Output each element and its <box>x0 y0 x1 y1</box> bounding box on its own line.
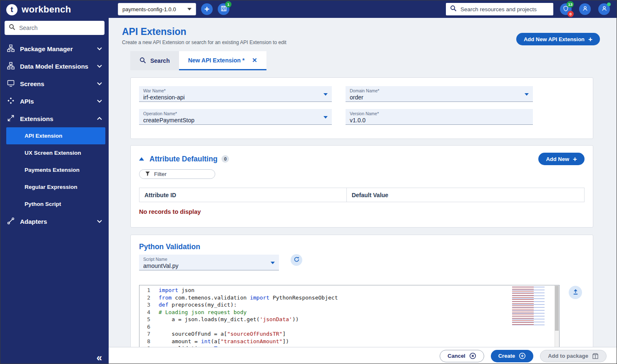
code-line: 3def preprocess(my_dict): <box>139 301 559 309</box>
chevron-down-icon <box>97 64 102 68</box>
sidebar-item-label: Adapters <box>20 218 47 225</box>
sidebar-item-label: Data Model Extensions <box>20 63 88 70</box>
package-select[interactable]: payments-config-1.0.0 <box>118 3 196 15</box>
topbar-icons: 13 0 <box>560 3 610 15</box>
collapse-section-icon[interactable] <box>139 157 144 161</box>
code-line: 5 a = json.loads(my_dict.get('jsonData')… <box>139 316 559 323</box>
global-search-input[interactable] <box>460 6 549 12</box>
chevron-down-icon <box>97 47 102 50</box>
support-button[interactable] <box>579 3 591 15</box>
extensions-icon <box>7 114 15 123</box>
section-title: Python Validation <box>139 243 200 251</box>
tab-bar: Search New API Extension * ✕ <box>130 51 266 70</box>
alerts-button[interactable]: 13 0 <box>560 3 572 15</box>
sidebar-item-extensions[interactable]: Extensions <box>0 110 109 127</box>
sidebar-item-package-manager[interactable]: Package Manager <box>0 40 109 57</box>
search-icon <box>450 5 457 13</box>
sidebar-item-label: APIs <box>20 98 34 105</box>
add-to-package-button[interactable]: Add to package <box>540 350 607 362</box>
sidebar-item-label: Extensions <box>20 115 53 122</box>
code-lines: 1import json2from com.temenos.validation… <box>139 285 559 352</box>
field-value: createPaymentStop <box>143 117 321 124</box>
section-title: Attribute Defaulting <box>149 155 217 163</box>
sidebar-search-input[interactable] <box>19 25 100 31</box>
chevron-down-icon <box>97 99 102 103</box>
field-value: v1.0.0 <box>350 117 522 124</box>
filter-input-box[interactable] <box>139 169 215 179</box>
field-value: irf-extension-api <box>143 94 321 101</box>
field-value: amountVal.py <box>143 262 268 269</box>
support-icon <box>582 5 588 13</box>
empty-table-message: No records to display <box>139 208 585 215</box>
cancel-icon <box>469 352 476 359</box>
code-line: 4# Loading json request body <box>139 309 559 316</box>
account-button[interactable] <box>598 3 610 15</box>
sidebar-search[interactable] <box>5 21 104 35</box>
scrollbar-thumb[interactable] <box>555 286 559 331</box>
plus-icon: + <box>588 36 592 43</box>
refresh-script-button[interactable] <box>291 254 302 266</box>
action-footer: Cancel Create Add to package <box>109 347 617 364</box>
alerts-badge-secondary: 0 <box>567 11 574 17</box>
sidebar-item-api-extension[interactable]: API Extension <box>6 127 105 144</box>
save-button[interactable]: 1 <box>218 3 229 15</box>
version-name-field[interactable]: Version Name* v1.0.0 <box>346 109 533 125</box>
operation-name-field[interactable]: Operation Name* createPaymentStop <box>139 109 332 125</box>
global-search[interactable] <box>446 3 553 15</box>
upload-script-button[interactable] <box>569 286 582 299</box>
logo-text: workbench <box>22 4 71 15</box>
topbar: payments-config-1.0.0 + 1 13 0 <box>109 0 617 18</box>
adapters-icon <box>7 217 15 226</box>
code-line: 8 amount = int(a["transactionAmount"]) <box>139 338 559 345</box>
api-extension-form-card: War Name* irf-extension-api Domain Name*… <box>130 77 593 139</box>
chevron-down-icon <box>271 262 275 264</box>
package-icon <box>592 353 599 359</box>
add-package-button[interactable]: + <box>201 3 213 15</box>
python-validation-card: Python Validation Script Name amountVal.… <box>130 235 593 364</box>
sidebar-item-adapters[interactable]: Adapters <box>0 213 109 230</box>
sidebar-item-apis[interactable]: APIs <box>0 92 109 110</box>
attribute-defaulting-card: Attribute Defaulting 0 Add New + Attribu… <box>130 145 593 228</box>
apis-icon <box>7 97 15 106</box>
sidebar-item-python-script[interactable]: Python Script <box>0 196 105 213</box>
tab-search[interactable]: Search <box>130 51 179 70</box>
field-label: Version Name* <box>350 111 522 116</box>
add-new-button[interactable]: Add New + <box>538 153 585 165</box>
sidebar-item-screens[interactable]: Screens <box>0 75 109 92</box>
tab-new-api-extension[interactable]: New API Extension * ✕ <box>179 51 266 70</box>
sidebar-item-data-model-extensions[interactable]: Data Model Extensions <box>0 57 109 75</box>
editor-scrollbar[interactable] <box>555 285 559 355</box>
code-line: 2from com.temenos.validation import Pyth… <box>139 294 559 302</box>
create-button[interactable]: Create <box>491 350 533 362</box>
code-minimap[interactable] <box>512 287 554 326</box>
filter-input[interactable] <box>154 171 209 177</box>
screens-icon <box>7 79 15 88</box>
war-name-field[interactable]: War Name* irf-extension-api <box>139 86 332 102</box>
close-icon[interactable]: ✕ <box>252 57 257 64</box>
chevron-down-icon <box>323 93 328 96</box>
column-header-attribute-id: Attribute ID <box>139 188 347 202</box>
chevron-down-icon <box>187 8 192 10</box>
sidebar-collapse-button[interactable]: « <box>97 353 102 363</box>
chevron-down-icon <box>525 93 529 96</box>
logo: t workbench <box>0 0 109 19</box>
sidebar-item-regular-expression[interactable]: Regular Expression <box>0 178 105 196</box>
sidebar-item-payments-extension[interactable]: Payments Extension <box>0 161 105 178</box>
field-label: Domain Name* <box>350 88 522 93</box>
code-editor[interactable]: 1import json2from com.temenos.validation… <box>139 285 560 356</box>
code-line: 6 <box>139 323 559 331</box>
script-name-field[interactable]: Script Name amountVal.py <box>139 255 279 270</box>
package-manager-icon <box>7 45 15 53</box>
plus-icon: + <box>573 156 577 163</box>
field-label: Operation Name* <box>143 111 321 116</box>
package-select-value: payments-config-1.0.0 <box>122 6 176 12</box>
sub-item-label: API Extension <box>25 133 62 139</box>
domain-name-field[interactable]: Domain Name* order <box>346 86 533 102</box>
sidebar-item-ux-screen-extension[interactable]: UX Screen Extension <box>0 144 105 161</box>
search-icon <box>9 24 15 32</box>
upload-icon <box>572 288 579 297</box>
create-plus-icon <box>519 352 526 359</box>
cancel-button[interactable]: Cancel <box>440 350 484 362</box>
add-new-api-extension-button[interactable]: Add New API Extension + <box>516 33 600 45</box>
workbench-app: t workbench Package Manager Data Model E… <box>0 0 617 364</box>
